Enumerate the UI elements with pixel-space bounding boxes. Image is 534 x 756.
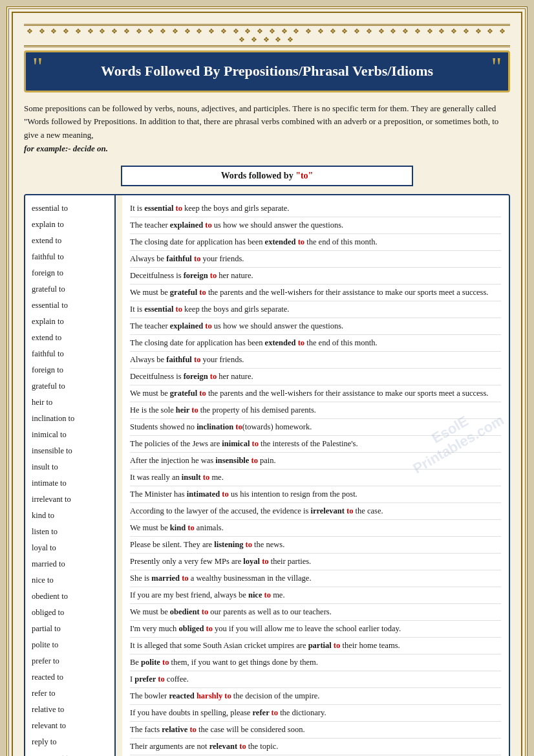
left-item: insult to — [32, 459, 108, 475]
section-heading: Words followed by "to" — [121, 166, 412, 186]
right-item: It is essential to keep the boys and gir… — [130, 301, 501, 318]
right-item: We must be kind to animals. — [130, 520, 501, 537]
top-border-decoration: ❖ ❖ ❖ ❖ ❖ ❖ ❖ ❖ ❖ ❖ ❖ ❖ ❖ ❖ ❖ ❖ ❖ ❖ ❖ ❖ … — [24, 24, 510, 47]
red-preposition: to — [250, 439, 259, 448]
right-item: We must be obedient to our parents as we… — [130, 604, 501, 621]
red-preposition: to — [160, 658, 169, 667]
bold-keyword: intimated — [187, 490, 220, 499]
right-item: If you have doubts in spelling, please r… — [130, 705, 501, 722]
red-preposition: to — [201, 473, 210, 482]
right-item: The facts relative to the case will be c… — [130, 722, 501, 739]
left-item: refer to — [32, 686, 108, 702]
bold-keyword: extended — [265, 237, 296, 246]
red-preposition: to — [204, 624, 213, 633]
left-item: explain to — [32, 217, 108, 233]
left-item: reacted to — [32, 669, 108, 686]
right-item: Presently only a very few MPs are loyal … — [130, 554, 501, 570]
red-preposition: to — [203, 321, 212, 330]
red-preposition: to — [260, 557, 269, 566]
red-preposition: to — [249, 456, 258, 465]
red-preposition: to — [220, 490, 229, 499]
left-item: heir to — [32, 394, 108, 411]
right-item: The policies of the Jews are inimical to… — [130, 436, 501, 453]
bold-keyword: explained — [170, 221, 203, 230]
red-preposition: to — [237, 742, 246, 751]
bold-keyword: listening — [214, 540, 243, 549]
red-preposition: to — [208, 372, 217, 381]
bold-keyword: obedient — [170, 607, 200, 616]
right-item: He is the sole heir to the property of h… — [130, 402, 501, 419]
red-preposition: to — [345, 506, 354, 515]
bold-keyword: obliged — [179, 624, 204, 633]
left-item: essential to — [32, 200, 108, 217]
right-item: The closing date for application has bee… — [130, 335, 501, 352]
bold-keyword: explained — [170, 321, 203, 330]
left-item: obliged to — [32, 605, 108, 621]
bold-keyword: foreign — [184, 372, 208, 381]
left-item: married to — [32, 556, 108, 572]
left-item: irrelevant to — [32, 491, 108, 508]
red-preposition: to — [203, 221, 212, 230]
left-item: repugnant to — [32, 750, 108, 756]
left-item: inimical to — [32, 427, 108, 443]
right-item: It is essential to keep the boys and gir… — [130, 200, 501, 217]
red-preposition: to — [156, 675, 165, 684]
right-item: The bowler reacted harshly to the decisi… — [130, 688, 501, 705]
right-item: It is alleged that some South Asian cric… — [130, 638, 501, 654]
right-item: Deceitfulness is foreign to her nature. — [130, 369, 501, 385]
right-item: Always be faithful to your friends. — [130, 251, 501, 268]
left-item: listen to — [32, 524, 108, 540]
left-item: essential to — [32, 297, 108, 314]
right-item: I'm very much obliged to you if you will… — [130, 621, 501, 638]
left-item: foreign to — [32, 265, 108, 281]
left-item: insensible to — [32, 443, 108, 459]
left-item: faithful to — [32, 249, 108, 265]
right-item: Always be faithful to your friends. — [130, 352, 501, 369]
bold-keyword: partial — [308, 641, 332, 650]
red-preposition: to — [200, 607, 209, 616]
red-preposition: to — [192, 254, 201, 263]
left-item: intimate to — [32, 475, 108, 491]
left-column: essential toexplain toextend tofaithful … — [25, 195, 116, 756]
left-item: foreign to — [32, 362, 108, 378]
bold-keyword: relevant — [209, 742, 238, 751]
left-item: grateful to — [32, 378, 108, 394]
bold-keyword: kind — [170, 523, 186, 532]
right-item: I prefer to coffee. — [130, 671, 501, 688]
red-preposition: harshly to — [195, 691, 231, 700]
bold-keyword: faithful — [166, 355, 192, 364]
red-preposition: to — [243, 540, 252, 549]
left-item: loyal to — [32, 540, 108, 556]
right-item: The closing date for application has bee… — [130, 234, 501, 251]
left-item: partial to — [32, 621, 108, 637]
bold-keyword: essential — [144, 305, 173, 314]
right-item: Deceitfulness is foreign to her nature. — [130, 268, 501, 285]
right-item: The Minister has intimated to us his int… — [130, 486, 501, 503]
red-preposition: to — [189, 405, 198, 415]
red-preposition: to — [192, 355, 201, 364]
page-title: Words Followed By Prepositions/Phrasal V… — [39, 62, 495, 81]
content-table: essential toexplain toextend tofaithful … — [24, 194, 510, 756]
right-item: If you are my best friend, always be nic… — [130, 587, 501, 604]
bold-keyword: married — [151, 574, 180, 583]
right-item: Please be silent. They are listening to … — [130, 537, 501, 554]
bold-keyword: grateful — [170, 288, 197, 297]
red-preposition: to — [173, 204, 182, 213]
bold-keyword: foreign — [184, 271, 208, 280]
bold-keyword: insult — [182, 473, 201, 482]
intro-paragraph: Some prepositions can be followed by ver… — [24, 102, 510, 156]
bold-keyword: extended — [265, 338, 296, 347]
right-item: We must be grateful to the parents and t… — [130, 285, 501, 301]
bold-keyword: prefer — [134, 675, 156, 684]
red-preposition: to — [262, 590, 271, 599]
right-item: The teacher explained to us how we shoul… — [130, 318, 501, 335]
right-item: Students showed no inclination to(toward… — [130, 419, 501, 436]
right-item: She is married to a wealthy businessman … — [130, 570, 501, 587]
page-container: ❖ ❖ ❖ ❖ ❖ ❖ ❖ ❖ ❖ ❖ ❖ ❖ ❖ ❖ ❖ ❖ ❖ ❖ ❖ ❖ … — [6, 6, 528, 756]
right-item: It was really an insult to me. — [130, 470, 501, 486]
bold-keyword: relative — [162, 725, 187, 734]
red-preposition: to — [187, 725, 197, 734]
left-item: polite to — [32, 637, 108, 653]
left-item: inclination to — [32, 411, 108, 427]
bold-keyword: heir — [176, 405, 189, 415]
